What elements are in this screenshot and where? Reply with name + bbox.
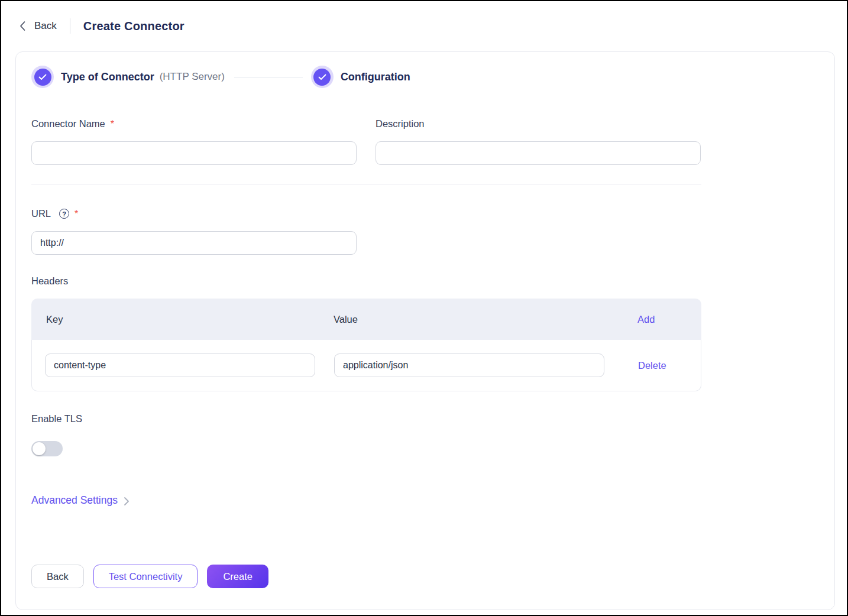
connector-name-label-text: Connector Name <box>31 118 105 129</box>
step-configuration: Configuration <box>311 66 410 88</box>
back-button[interactable]: Back <box>31 565 84 588</box>
create-button[interactable]: Create <box>207 565 268 588</box>
headers-table-head: Key Value Add <box>31 299 701 340</box>
connector-name-label: Connector Name* <box>31 118 357 129</box>
stepper: Type of Connector (HTTP Server) Configur… <box>31 65 701 89</box>
header-value-input[interactable] <box>334 354 604 377</box>
top-bar: Back Create Connector <box>1 1 847 37</box>
description-label-text: Description <box>376 118 425 129</box>
stepper-connector-line <box>234 77 303 77</box>
step2-label: Configuration <box>341 71 410 83</box>
url-input[interactable] <box>31 231 357 255</box>
headers-label-text: Headers <box>31 275 68 287</box>
topbar-divider <box>70 18 70 34</box>
headers-label: Headers <box>31 275 701 287</box>
delete-header-button[interactable]: Delete <box>638 360 701 371</box>
step1-check-halo <box>31 66 54 88</box>
enable-tls-label: Enable TLS <box>31 413 701 424</box>
header-key-input[interactable] <box>45 354 315 377</box>
test-connectivity-button[interactable]: Test Connectivity <box>93 565 198 588</box>
enable-tls-label-text: Enable TLS <box>31 413 82 424</box>
step1-label: Type of Connector <box>61 71 154 83</box>
url-help-icon[interactable]: ? <box>59 209 69 219</box>
page-title: Create Connector <box>83 20 185 33</box>
advanced-settings-link[interactable]: Advanced Settings <box>31 494 118 507</box>
url-label: URL ? * <box>31 208 701 219</box>
headers-col-value: Value <box>334 314 637 325</box>
back-chevron-icon[interactable] <box>19 21 26 31</box>
step2-check-halo <box>311 66 334 88</box>
connector-name-input[interactable] <box>31 141 357 165</box>
step1-sublabel: (HTTP Server) <box>160 71 225 83</box>
step1-check-icon <box>34 69 51 86</box>
back-link[interactable]: Back <box>34 20 57 32</box>
connector-name-required-star: * <box>111 119 114 129</box>
description-input[interactable] <box>376 141 701 165</box>
add-header-button[interactable]: Add <box>637 314 701 325</box>
toggle-knob <box>33 442 46 455</box>
section-divider <box>31 184 701 184</box>
step2-check-icon <box>313 69 331 86</box>
headers-col-key: Key <box>31 314 334 325</box>
url-required-star: * <box>75 209 78 219</box>
description-label: Description <box>376 118 701 129</box>
url-label-text: URL <box>31 208 51 219</box>
step-type-of-connector: Type of Connector (HTTP Server) <box>31 66 225 88</box>
create-connector-card: Type of Connector (HTTP Server) Configur… <box>15 51 835 610</box>
enable-tls-toggle[interactable] <box>31 441 63 456</box>
chevron-right-icon <box>124 497 130 506</box>
header-row: Delete <box>31 340 701 391</box>
headers-table: Key Value Add Delete <box>31 299 701 391</box>
